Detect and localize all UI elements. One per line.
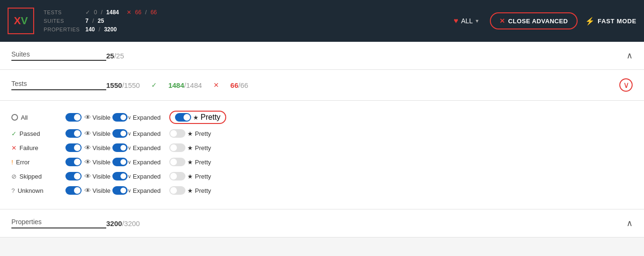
pretty-toggle-track-unknown xyxy=(169,186,185,195)
tests-passed-denom-val: 1484 xyxy=(186,81,202,89)
filter-pretty-skipped[interactable]: ★ Pretty xyxy=(169,172,211,180)
tests-failed-val: 66 xyxy=(230,81,239,89)
tests-collapse-button[interactable]: ∨ xyxy=(619,78,633,92)
expanded-label-all: ∨ Expanded xyxy=(128,114,161,121)
pretty-all-wrapper[interactable]: ★ Pretty xyxy=(169,111,226,124)
filter-pretty-all: ★ Pretty xyxy=(169,111,226,124)
filter-pretty-passed[interactable]: ★ Pretty xyxy=(169,129,211,138)
pretty-toggle-track-all xyxy=(175,113,191,122)
suites-value: 7 xyxy=(85,18,89,24)
all-button[interactable]: ♥ ALL ▾ xyxy=(450,15,482,27)
close-advanced-button[interactable]: ✕ CLOSE ADVANCED xyxy=(490,12,577,29)
toggle-track-skipped xyxy=(65,172,82,180)
toggle-knob-failure xyxy=(74,144,81,151)
properties-collapse-button[interactable]: ∧ xyxy=(626,218,633,228)
toggle-visible-unknown[interactable] xyxy=(65,186,83,195)
toggle-expanded-skipped[interactable] xyxy=(112,172,128,180)
expanded-label-error: ∨ Expanded xyxy=(128,159,161,166)
heart-icon: ♥ xyxy=(454,17,459,25)
pretty-toggle-knob-failure xyxy=(170,144,177,151)
properties-section-label: Properties xyxy=(11,218,106,228)
toggle-expanded-unknown[interactable] xyxy=(112,186,128,195)
filter-pretty-unknown[interactable]: ★ Pretty xyxy=(169,186,211,195)
tests-passed-check-icon: ✓ xyxy=(151,81,157,89)
tests-values: 1550/1550 ✓ 1484/1484 ✕ 66/66 xyxy=(106,81,619,89)
toggle-track-unknown xyxy=(65,186,82,195)
unknown-question-icon: ? xyxy=(11,187,15,194)
toggle-small-knob-unknown xyxy=(120,188,126,193)
tests-failed-x-icon: ✕ xyxy=(213,81,219,89)
visible-text-all: Visible xyxy=(92,114,110,121)
close-advanced-label: CLOSE ADVANCED xyxy=(508,18,568,25)
tests-passed-value: 0 xyxy=(94,9,97,16)
tests-total-denom-val: 1550 xyxy=(124,81,140,89)
props-slash: / xyxy=(99,26,100,33)
visible-label-failure: 👁 Visible xyxy=(84,144,110,152)
toggle-knob xyxy=(74,114,81,121)
tests-failed-slash: / xyxy=(145,9,147,16)
pretty-toggle-failure: ★ Pretty xyxy=(169,143,211,152)
filter-row-unknown: ? Unknown 👁 Visible ∨ xyxy=(11,183,633,198)
visible-label-passed: 👁 Visible xyxy=(84,130,110,137)
suites-current: 25 xyxy=(106,52,114,60)
toggle-visible-passed[interactable] xyxy=(65,129,83,138)
toggle-small-knob-skipped xyxy=(120,173,126,179)
pretty-text-all: Pretty xyxy=(201,113,221,122)
filter-row-error: ! Error 👁 Visible ∨ xyxy=(11,155,633,169)
toggle-visible-error[interactable] xyxy=(65,157,83,167)
tests-total-val: 1550 xyxy=(106,81,122,89)
eye-icon-error: 👁 xyxy=(84,158,91,166)
logo: X V xyxy=(8,8,34,34)
props-total: 3200 xyxy=(104,26,117,33)
fast-mode-button[interactable]: ⚡ FAST MODE xyxy=(585,17,636,26)
toggle-small-knob-error xyxy=(120,159,126,165)
visible-label-unknown: 👁 Visible xyxy=(84,187,110,194)
filter-label-failure: Failure xyxy=(19,144,38,152)
filter-label-skipped: Skipped xyxy=(19,173,42,180)
suites-stat-row: SUITES 7 / 25 xyxy=(44,18,450,24)
tests-failed-item: 66/66 xyxy=(230,81,248,89)
toggle-expanded-error[interactable] xyxy=(112,158,128,166)
pretty-text-skipped: Pretty xyxy=(195,173,211,180)
star-icon-unknown: ★ xyxy=(187,187,193,194)
toggle-visible-skipped[interactable] xyxy=(65,171,83,181)
filter-status-unknown: ? Unknown xyxy=(11,187,64,194)
tests-x-icon: ✕ xyxy=(127,9,131,16)
suites-collapse-button[interactable]: ∧ xyxy=(626,50,633,61)
pretty-toggle-track-passed xyxy=(169,129,185,138)
tests-failed: 66 xyxy=(135,9,141,16)
close-x-icon: ✕ xyxy=(499,17,505,25)
eye-icon-failure: 👁 xyxy=(84,144,91,152)
filter-expanded-skipped: ∨ Expanded xyxy=(112,172,169,180)
filter-visible-error: 👁 Visible xyxy=(64,157,112,167)
toggle-visible-failure[interactable] xyxy=(65,143,83,152)
toggle-expanded-passed[interactable] xyxy=(112,129,128,138)
suites-total: 25 xyxy=(98,18,104,24)
toggle-expanded-all[interactable] xyxy=(112,113,128,122)
pretty-toggle-knob-error xyxy=(170,159,177,165)
pretty-toggle-error: ★ Pretty xyxy=(169,158,211,166)
logo-v: V xyxy=(21,15,28,27)
props-stat-row: PROPERTIES 140 / 3200 xyxy=(44,26,450,33)
error-exclaim-icon: ! xyxy=(11,159,13,166)
tests-total: 1484 xyxy=(106,9,119,16)
filter-expanded-failure: ∨ Expanded xyxy=(112,143,169,152)
main-content: Suites 25/25 ∧ Tests 1550/1550 ✓ 1484/14… xyxy=(0,42,644,237)
header: X V TESTS ✓ 0 / 1484 ✕ 66 / 66 SUITES 7 … xyxy=(0,0,644,42)
properties-section-row: Properties 3200/3200 ∧ xyxy=(0,209,644,237)
filter-row-failure: ✕ Failure 👁 Visible ∨ xyxy=(11,141,633,155)
filter-pretty-failure[interactable]: ★ Pretty xyxy=(169,143,211,152)
filter-visible-failure: 👁 Visible xyxy=(64,143,112,152)
toggle-knob-passed xyxy=(74,130,81,137)
toggle-visible-all[interactable] xyxy=(65,113,83,122)
toggle-expanded-failure[interactable] xyxy=(112,143,128,152)
suites-slash: / xyxy=(92,18,94,24)
pretty-toggle-track-failure xyxy=(169,143,185,152)
failure-x-icon: ✕ xyxy=(11,144,17,152)
passed-check-icon: ✓ xyxy=(11,130,17,137)
filter-expanded-all: ∨ Expanded xyxy=(112,113,169,122)
filter-pretty-error[interactable]: ★ Pretty xyxy=(169,158,211,166)
toggle-small-knob xyxy=(120,114,126,120)
star-icon-error: ★ xyxy=(187,159,193,166)
visible-text-unknown: Visible xyxy=(92,187,110,194)
